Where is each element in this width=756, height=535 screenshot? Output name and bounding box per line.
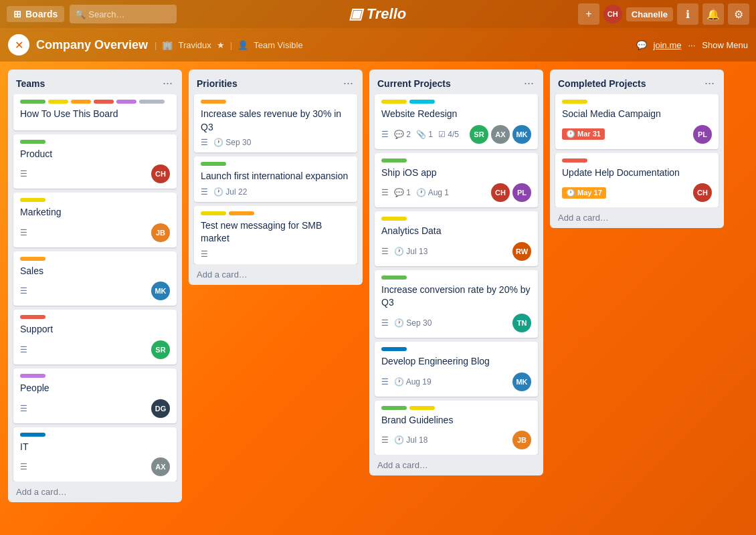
card-meta: ☰CH [20,165,170,183]
table-row[interactable]: Develop Engineering Blog☰🕐 Aug 19MK [375,342,538,397]
card-title: Increase conversion rate by 20% by Q3 [381,284,531,310]
card-meta: ☰🕐 Sep 30 [201,138,351,147]
label-yellow [201,211,226,215]
label-yellow [562,100,587,104]
table-row[interactable]: Increase sales revenue by 30% in Q3☰🕐 Se… [194,94,357,152]
meta-item: 🕐 Aug 1 [416,188,449,197]
card-title: IT [20,441,170,454]
card-meta: ☰💬 2📎 1☑ 4/5SRAXMK [381,125,531,144]
meta-item: ☰ [381,188,389,197]
card-labels [381,347,531,351]
add-card-current-projects[interactable]: Add a card… [369,455,543,475]
list-title-priorities: Priorities [197,78,238,89]
card-title: Product [20,148,170,161]
list-title-current-projects: Current Projects [377,78,451,89]
label-green [201,162,226,166]
meta-item: ☰ [20,404,27,413]
table-row[interactable]: How To Use This Board [13,94,177,130]
avatar: TN [512,314,531,332]
boards-button[interactable]: ⊞ Boards [7,6,64,22]
user-menu-button[interactable]: Chanelle [626,7,673,21]
label-yellow [20,198,45,202]
add-card-teams[interactable]: Add a card… [8,481,182,502]
card-avatars: MK [151,282,170,300]
search-input[interactable] [70,5,177,23]
add-card-completed-projects[interactable]: Add a card… [550,207,724,228]
avatar: RW [512,242,531,261]
table-row[interactable]: Social Media Campaign🕐 Mar 31PL [555,94,719,149]
card-title: Analytics Data [381,225,531,238]
avatar: CH [491,183,510,202]
visibility-label: Team Visible [254,40,302,50]
card-title: Increase sales revenue by 30% in Q3 [201,108,351,134]
table-row[interactable]: Marketing☰JB [13,193,177,247]
list-title-completed-projects: Completed Projects [558,78,646,89]
ellipsis-icon: ··· [688,40,696,50]
meta-item: ☰ [201,138,208,147]
settings-button[interactable]: ⚙ [728,3,749,25]
meta-item: 🕐 Jul 22 [213,187,247,197]
table-row[interactable]: Launch first international expansion☰🕐 J… [194,156,357,202]
card-avatars: PL [693,125,712,144]
label-green [381,406,407,410]
visibility-icon: 👤 [238,40,248,50]
table-row[interactable]: Ship iOS app☰💬 1🕐 Aug 1CHPL [375,153,538,208]
meta-item: ☰ [20,286,27,296]
workspace-icon: 🏢 [162,40,173,50]
star-icon[interactable]: ★ [217,40,225,50]
table-row[interactable]: Product☰CH [13,134,177,189]
meta-item: ☰ [201,249,208,259]
card-title: Marketing [20,206,170,219]
table-row[interactable]: Update Help Documentation🕐 May 17CH [555,153,719,208]
label-green [381,276,407,280]
table-row[interactable]: Brand Guidelines☰🕐 Jul 18JB [375,401,538,455]
notifications-button[interactable]: 🔔 [702,3,724,25]
meta-item: ☰ [201,187,208,197]
card-avatars: MK [512,372,531,391]
table-row[interactable]: People☰DG [13,368,177,423]
card-meta: ☰💬 1🕐 Aug 1CHPL [381,183,531,202]
avatar: DG [151,399,170,418]
join-link[interactable]: join.me [654,40,682,50]
table-row[interactable]: Website Redesign☰💬 2📎 1☑ 4/5SRAXMK [375,94,538,149]
divider-2: | [230,40,232,50]
meta-item: ☰ [381,377,389,387]
table-row[interactable]: Increase conversion rate by 20% by Q3☰🕐 … [375,270,538,338]
add-card-priorities[interactable]: Add a card… [189,264,363,285]
list-menu-button-teams[interactable]: ··· [161,76,174,90]
show-menu-button[interactable]: Show Menu [702,40,748,50]
card-title: Test new messaging for SMB market [201,219,351,245]
table-row[interactable]: IT☰AX [13,427,177,482]
list-header-priorities: Priorities··· [189,70,363,94]
card-bottom: 🕐 Mar 31PL [562,125,712,144]
label-orange [71,100,91,104]
list-menu-button-completed-projects[interactable]: ··· [703,76,716,90]
label-orange [229,211,254,215]
card-avatars: AX [151,457,170,476]
list-header-current-projects: Current Projects··· [369,70,543,94]
card-labels [20,198,170,202]
info-button[interactable]: ℹ [677,3,698,25]
card-meta: ☰ [201,249,351,259]
avatar: CH [603,5,622,23]
add-button[interactable]: + [578,3,599,25]
list-menu-button-priorities[interactable]: ··· [342,76,355,90]
table-row[interactable]: Analytics Data☰🕐 Jul 13RW [375,211,538,266]
card-labels [20,374,170,378]
label-yellow [381,100,407,104]
card-labels [381,276,531,280]
table-row[interactable]: Test new messaging for SMB market☰ [194,206,357,264]
card-title: People [20,382,170,395]
label-yellow [409,406,435,410]
card-labels [20,140,170,144]
label-blue [20,433,45,437]
table-row[interactable]: Support☰SR [13,310,177,364]
nav-right: + CH Chanelle ℹ 🔔 ⚙ [578,3,749,25]
card-avatars: CH [151,165,170,183]
card-avatars: RW [512,242,531,261]
card-avatars: TN [512,314,531,332]
meta-item: 🕐 Jul 13 [394,247,428,256]
table-row[interactable]: Sales☰MK [13,251,177,306]
list-menu-button-current-projects[interactable]: ··· [523,76,535,90]
board-icon: ✕ [8,34,29,56]
